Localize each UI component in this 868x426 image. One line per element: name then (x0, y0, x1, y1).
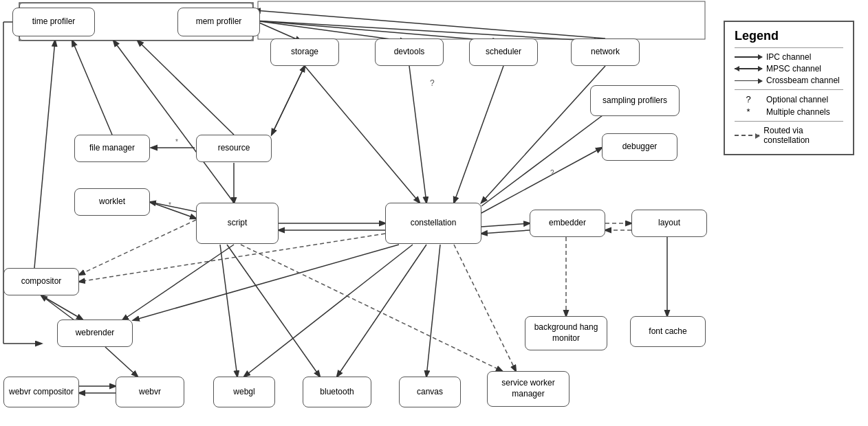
webvr-node: webvr (116, 377, 184, 407)
svg-line-44 (72, 41, 112, 135)
svg-line-38 (454, 245, 516, 371)
legend-title: Legend (735, 29, 843, 43)
webvr-label: webvr (139, 387, 161, 398)
script-node: script (196, 203, 279, 244)
mem-profiler-label: mem profiler (196, 16, 242, 27)
service-worker-manager-label: service workermanager (501, 378, 554, 399)
constellation-node: constellation (385, 203, 481, 244)
background-hang-monitor-label: background hangmonitor (534, 322, 598, 344)
svg-line-21 (481, 223, 530, 227)
layout-node: layout (631, 210, 707, 237)
dashed-label: Routed via constellation (763, 126, 843, 145)
svg-line-37 (426, 245, 440, 377)
resource-node: resource (196, 135, 272, 162)
background-hang-monitor-node: background hangmonitor (525, 316, 607, 350)
network-label: network (591, 47, 620, 58)
svg-line-36 (337, 245, 426, 377)
constellation-label: constellation (411, 218, 457, 229)
webrender-node: webrender (57, 320, 133, 347)
crossbeam-label: Crossbeam channel (766, 76, 840, 85)
crossbeam-arrow-icon (735, 80, 762, 81)
ipc-label: IPC channel (766, 52, 811, 62)
legend-divider2 (735, 89, 843, 90)
devtools-label: devtools (394, 47, 425, 58)
time-profiler-node: time profiler (12, 8, 95, 36)
bluetooth-label: bluetooth (320, 387, 354, 398)
multiple-symbol: * (735, 106, 762, 117)
webrender-label: webrender (76, 328, 115, 339)
time-profiler-label: time profiler (32, 16, 76, 27)
legend-mpsc: MPSC channel (735, 64, 843, 74)
mpsc-arrow-icon (735, 68, 762, 69)
svg-line-31 (122, 245, 234, 320)
webgl-label: webgl (233, 387, 254, 398)
svg-line-17 (481, 66, 605, 203)
svg-rect-53 (258, 1, 705, 39)
svg-line-15 (409, 66, 426, 203)
optional-symbol: ? (735, 94, 762, 104)
legend-box: Legend IPC channel MPSC channel Crossbea… (724, 21, 854, 155)
svg-line-40 (105, 347, 138, 377)
legend-optional: ? Optional channel (735, 94, 843, 104)
network-node: network (571, 38, 640, 66)
file-manager-node: file manager (74, 135, 150, 162)
svg-line-5 (254, 10, 605, 38)
resource-label: resource (218, 143, 250, 154)
font-cache-node: font cache (630, 316, 706, 347)
svg-line-49 (272, 66, 305, 135)
compositor-node: compositor (3, 268, 79, 295)
multiple-label: Multiple channels (766, 107, 830, 117)
legend-dashed: Routed via constellation (735, 126, 843, 145)
svg-text:*: * (175, 138, 178, 146)
profilers-container: time profiler mem profiler (19, 3, 253, 41)
svg-line-46 (34, 41, 55, 268)
svg-line-14 (305, 66, 420, 203)
svg-line-29 (41, 295, 83, 320)
svg-line-16 (454, 66, 503, 203)
canvas-node: canvas (399, 377, 461, 407)
webvr-compositor-node: webvr compositor (3, 377, 79, 407)
webgl-node: webgl (213, 377, 275, 407)
svg-text:*: * (169, 201, 171, 209)
svg-text:?: ? (550, 169, 554, 177)
mpsc-label: MPSC channel (766, 64, 821, 74)
sampling-profilers-node: sampling profilers (590, 85, 680, 116)
svg-line-22 (481, 230, 530, 234)
webvr-compositor-label: webvr compositor (9, 387, 74, 398)
svg-line-19 (481, 148, 602, 213)
debugger-node: debugger (602, 133, 677, 161)
legend-divider1 (735, 47, 843, 48)
storage-node: storage (270, 38, 339, 66)
scheduler-node: scheduler (469, 38, 538, 66)
bluetooth-node: bluetooth (303, 377, 371, 407)
svg-line-34 (244, 245, 413, 377)
legend-ipc: IPC channel (735, 52, 843, 62)
compositor-label: compositor (21, 276, 62, 287)
svg-line-27 (79, 220, 196, 275)
worklet-label: worklet (99, 197, 125, 208)
font-cache-label: font cache (649, 326, 686, 337)
svg-line-33 (220, 245, 237, 377)
dashed-line-icon (735, 135, 759, 136)
legend-divider3 (735, 121, 843, 122)
canvas-label: canvas (417, 387, 443, 398)
storage-label: storage (291, 47, 318, 58)
scheduler-label: scheduler (486, 47, 521, 58)
svg-line-9 (150, 202, 196, 218)
svg-line-10 (150, 202, 196, 212)
layout-label: layout (658, 218, 680, 229)
svg-text:?: ? (430, 78, 435, 88)
legend-crossbeam: Crossbeam channel (735, 76, 843, 85)
svg-line-43 (113, 41, 234, 203)
worklet-node: worklet (74, 188, 150, 216)
svg-line-35 (227, 245, 320, 377)
svg-line-32 (133, 245, 399, 320)
file-manager-label: file manager (89, 143, 135, 154)
svg-line-18 (481, 103, 619, 206)
legend-multiple: * Multiple channels (735, 106, 843, 117)
svg-line-39 (241, 245, 502, 371)
mem-profiler-node: mem profiler (177, 8, 260, 36)
script-label: script (228, 218, 248, 229)
embedder-node: embedder (530, 210, 605, 237)
svg-line-45 (138, 41, 234, 135)
